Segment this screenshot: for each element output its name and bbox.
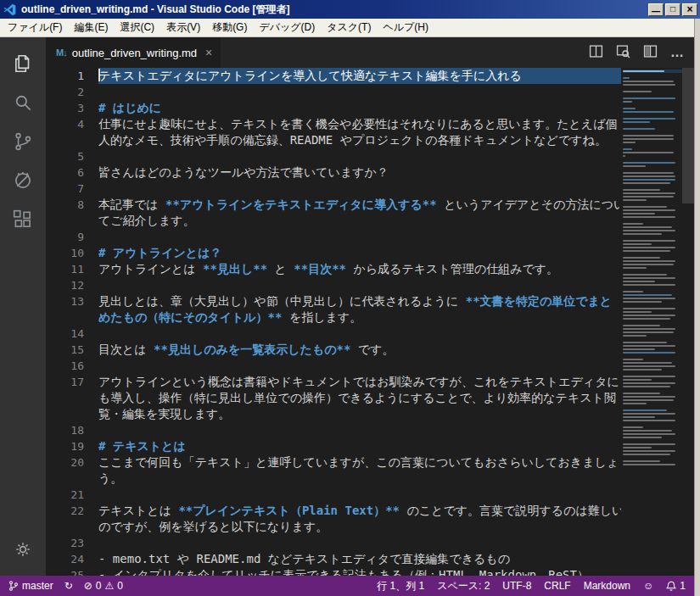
maximize-button[interactable]: □: [665, 3, 680, 16]
editor-line-21[interactable]: 21: [46, 487, 694, 503]
line-number: 8: [46, 197, 98, 213]
indentation-status[interactable]: スペース: 2: [437, 579, 490, 593]
toggle-editor-layout-icon[interactable]: [643, 44, 658, 62]
vscode-logo-icon: [3, 3, 17, 16]
source-control-icon[interactable]: [3, 122, 42, 161]
warning-icon: ⚠: [105, 580, 115, 592]
menu-selection[interactable]: 選択(C): [114, 18, 160, 37]
line-text: 本記事では **アウトラインをテキストエディタに導入する** というアイデアとそ…: [98, 197, 621, 213]
editor-line-9[interactable]: 9: [46, 229, 694, 245]
editor-line-16[interactable]: 16: [46, 358, 694, 374]
menu-help[interactable]: ヘルプ(H): [377, 18, 434, 37]
menu-view[interactable]: 表示(V): [160, 18, 206, 37]
line-text: てご紹介します。: [98, 213, 621, 229]
editor-line-24[interactable]: 24- memo.txt や README.md などテキストエディタで直接編集…: [46, 551, 694, 567]
problems-status[interactable]: ⊘ 0 ⚠ 0: [84, 580, 123, 592]
feedback-smiley-icon[interactable]: ☺: [643, 580, 653, 592]
cursor-position[interactable]: 行 1、列 1: [377, 579, 424, 593]
line-text: のですが、例を挙げると以下になります。: [98, 519, 621, 535]
editor-line-5[interactable]: 5: [46, 148, 694, 164]
title-bar: outline_driven_writing.md - Visual Studi…: [0, 0, 700, 19]
sync-status[interactable]: ↻: [64, 580, 73, 592]
line-number: [46, 132, 98, 148]
menu-tasks[interactable]: タスク(T): [321, 18, 377, 37]
encoding-status[interactable]: UTF-8: [502, 580, 531, 592]
markdown-file-icon: M↓: [56, 47, 67, 58]
line-number: [46, 390, 98, 406]
tab-outline-driven-writing[interactable]: M↓ outline_driven_writing.md ×: [46, 37, 221, 68]
open-preview-icon[interactable]: [616, 44, 630, 62]
menu-file[interactable]: ファイル(F): [2, 18, 68, 37]
menu-bar: ファイル(F)編集(E)選択(C)表示(V)移動(G)デバッグ(D)タスク(T)…: [0, 19, 700, 37]
menu-debug[interactable]: デバッグ(D): [253, 18, 321, 37]
scrollbar-slider[interactable]: [682, 68, 694, 203]
line-number: 9: [46, 229, 98, 245]
line-text: [98, 148, 621, 164]
line-number: 4: [46, 116, 98, 132]
editor-line-19[interactable]: 19# テキストとは: [46, 438, 694, 454]
editor-line-1[interactable]: 1テキストエディタにアウトラインを導入して快適なテキスト編集を手に入れる: [46, 68, 694, 84]
editor-line-11[interactable]: 11アウトラインとは **見出し** と **目次** から成るテキスト管理の仕…: [46, 261, 694, 277]
line-text: テキストエディタにアウトラインを導入して快適なテキスト編集を手に入れる: [98, 68, 621, 84]
editor-line-6[interactable]: 6皆さんはどのようなツールや方法で書いていますか？: [46, 164, 694, 181]
language-mode[interactable]: Markdown: [584, 580, 630, 592]
editor-line-22[interactable]: 22テキストとは **プレインテキスト（Plain Text）** のことです。…: [46, 503, 694, 519]
more-actions-icon[interactable]: …: [670, 48, 684, 57]
line-number: [46, 519, 98, 535]
editor-line-7[interactable]: 7: [46, 181, 694, 197]
debug-icon[interactable]: [3, 161, 42, 200]
editor-line-18[interactable]: 18: [46, 422, 694, 438]
extensions-icon[interactable]: [3, 200, 42, 239]
editor-line-wrap[interactable]: めたもの（特にそのタイトル）** を指します。: [46, 309, 694, 326]
line-text: う。: [98, 471, 621, 487]
editor-line-2[interactable]: 2: [46, 84, 694, 100]
editor-line-17[interactable]: 17アウトラインという概念は書籍やドキュメントではお馴染みですが、これをテキスト…: [46, 374, 694, 390]
vertical-scrollbar[interactable]: [682, 68, 694, 576]
line-number: 7: [46, 181, 98, 197]
line-number: 18: [46, 422, 98, 438]
menu-edit[interactable]: 編集(E): [68, 18, 114, 37]
eol-status[interactable]: CRLF: [544, 580, 570, 592]
editor-line-wrap[interactable]: のですが、例を挙げると以下になります。: [46, 519, 694, 535]
editor-line-wrap[interactable]: てご紹介します。: [46, 213, 694, 229]
line-number: 10: [46, 245, 98, 261]
line-text: アウトラインという概念は書籍やドキュメントではお馴染みですが、これをテキストエデ…: [98, 374, 621, 390]
line-text: # テキストとは: [98, 438, 621, 454]
line-number: 3: [46, 100, 98, 116]
search-icon[interactable]: [3, 83, 42, 122]
git-branch-status[interactable]: master: [8, 580, 53, 592]
split-editor-icon[interactable]: [589, 44, 603, 62]
editor-line-20[interactable]: 20ここまで何回も「テキスト」と連呼していますが、この言葉についてもおさらいして…: [46, 454, 694, 471]
menu-go[interactable]: 移動(G): [206, 18, 253, 37]
editor-line-25[interactable]: 25- インタプリタを介してリッチに表示できる記法もある（例：HTML、Mark…: [46, 567, 694, 576]
close-button[interactable]: ×: [682, 3, 697, 16]
settings-gear-icon[interactable]: [3, 530, 42, 569]
editor-line-8[interactable]: 8本記事では **アウトラインをテキストエディタに導入する** というアイデアと…: [46, 197, 694, 213]
editor-line-10[interactable]: 10# アウトラインとは？: [46, 245, 694, 261]
sync-icon: ↻: [64, 580, 73, 592]
text-editor[interactable]: 1テキストエディタにアウトラインを導入して快適なテキスト編集を手に入れる23# …: [46, 68, 694, 576]
explorer-icon[interactable]: [3, 44, 42, 83]
editor-line-wrap[interactable]: 人的なメモ、技術や手順の備忘録、README やプロジェクトの各種ドキュメントな…: [46, 132, 694, 148]
notifications-status[interactable]: 1: [666, 580, 686, 592]
editor-line-wrap[interactable]: う。: [46, 471, 694, 487]
editor-line-wrap[interactable]: も導入し、操作（特に見出し単位での操作）できるようにすることで、より効率的なテキ…: [46, 390, 694, 406]
editor-line-23[interactable]: 23: [46, 535, 694, 551]
editor-line-wrap[interactable]: 覧・編集を実現します。: [46, 406, 694, 422]
editor-line-15[interactable]: 15目次とは **見出しのみを一覧表示したもの** です。: [46, 342, 694, 358]
editor-line-14[interactable]: 14: [46, 326, 694, 342]
editor-line-4[interactable]: 4仕事にせよ趣味にせよ、テキストを書く機会や必要性はそれなりにあると思います。た…: [46, 116, 694, 132]
editor-line-13[interactable]: 13見出しとは、章（大見出し）や節（中見出し）に代表されるように **文書を特定…: [46, 293, 694, 309]
editor-line-3[interactable]: 3# はじめに: [46, 100, 694, 116]
line-text: [98, 487, 621, 503]
tab-close-icon[interactable]: ×: [205, 46, 212, 59]
minimap[interactable]: [623, 68, 682, 576]
line-text: [98, 535, 621, 551]
editor-line-12[interactable]: 12: [46, 277, 694, 293]
warning-count: 0: [117, 580, 123, 592]
line-text: ここまで何回も「テキスト」と連呼していますが、この言葉についてもおさらいしておき…: [98, 454, 621, 471]
line-text: 仕事にせよ趣味にせよ、テキストを書く機会や必要性はそれなりにあると思います。たと…: [98, 116, 621, 132]
minimize-button[interactable]: —: [648, 3, 664, 16]
line-text: [98, 84, 621, 100]
line-text: テキストとは **プレインテキスト（Plain Text）** のことです。言葉…: [98, 503, 621, 519]
